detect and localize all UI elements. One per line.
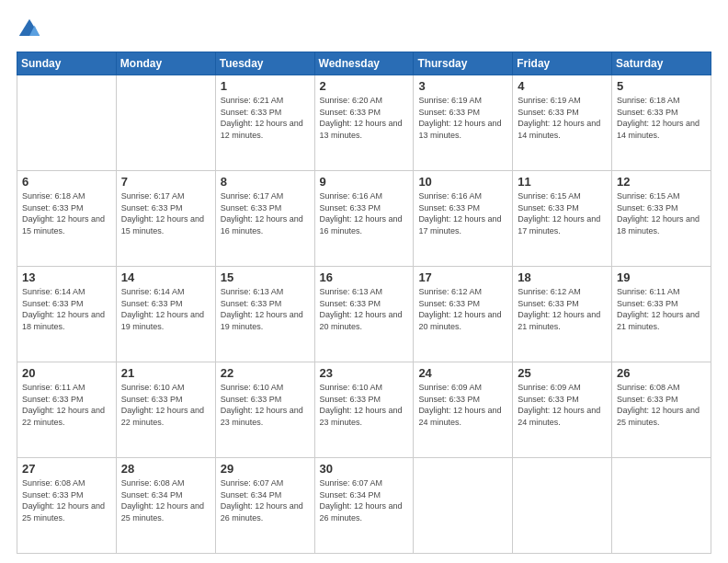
day-info: Sunrise: 6:14 AM Sunset: 6:33 PM Dayligh… (121, 286, 210, 332)
day-number: 8 (221, 175, 310, 189)
day-number: 30 (320, 462, 409, 476)
calendar-cell: 3Sunrise: 6:19 AM Sunset: 6:33 PM Daylig… (414, 75, 513, 171)
calendar-cell (414, 458, 513, 554)
day-number: 24 (418, 366, 507, 380)
calendar-table: SundayMondayTuesdayWednesdayThursdayFrid… (17, 52, 711, 554)
calendar-cell: 27Sunrise: 6:08 AM Sunset: 6:33 PM Dayli… (17, 458, 117, 554)
day-number: 10 (418, 175, 507, 189)
calendar-week-5: 27Sunrise: 6:08 AM Sunset: 6:33 PM Dayli… (17, 458, 711, 554)
day-number: 29 (221, 462, 310, 476)
calendar-cell: 20Sunrise: 6:11 AM Sunset: 6:33 PM Dayli… (17, 362, 117, 458)
calendar-week-4: 20Sunrise: 6:11 AM Sunset: 6:33 PM Dayli… (17, 362, 711, 458)
day-header-friday: Friday (513, 52, 612, 75)
day-header-saturday: Saturday (612, 52, 711, 75)
day-number: 5 (617, 79, 706, 93)
calendar-cell: 16Sunrise: 6:13 AM Sunset: 6:33 PM Dayli… (314, 267, 414, 362)
day-number: 21 (121, 366, 210, 380)
day-info: Sunrise: 6:12 AM Sunset: 6:33 PM Dayligh… (418, 286, 507, 332)
day-number: 25 (518, 366, 607, 380)
day-info: Sunrise: 6:17 AM Sunset: 6:33 PM Dayligh… (221, 190, 310, 236)
calendar-cell: 8Sunrise: 6:17 AM Sunset: 6:33 PM Daylig… (215, 171, 314, 267)
day-info: Sunrise: 6:08 AM Sunset: 6:33 PM Dayligh… (22, 477, 111, 523)
day-info: Sunrise: 6:11 AM Sunset: 6:33 PM Dayligh… (617, 286, 706, 332)
calendar-cell: 7Sunrise: 6:17 AM Sunset: 6:33 PM Daylig… (116, 171, 215, 267)
day-info: Sunrise: 6:16 AM Sunset: 6:33 PM Dayligh… (418, 190, 507, 236)
day-header-wednesday: Wednesday (314, 52, 414, 75)
day-header-thursday: Thursday (414, 52, 513, 75)
day-info: Sunrise: 6:10 AM Sunset: 6:33 PM Dayligh… (320, 382, 409, 428)
day-info: Sunrise: 6:18 AM Sunset: 6:33 PM Dayligh… (617, 95, 706, 141)
calendar-cell: 30Sunrise: 6:07 AM Sunset: 6:34 PM Dayli… (314, 458, 414, 554)
day-info: Sunrise: 6:20 AM Sunset: 6:33 PM Dayligh… (320, 95, 409, 141)
day-header-monday: Monday (116, 52, 215, 75)
day-number: 23 (320, 366, 409, 380)
calendar-cell: 10Sunrise: 6:16 AM Sunset: 6:33 PM Dayli… (414, 171, 513, 267)
day-number: 7 (121, 175, 210, 189)
calendar-week-2: 6Sunrise: 6:18 AM Sunset: 6:33 PM Daylig… (17, 171, 711, 267)
calendar-cell: 23Sunrise: 6:10 AM Sunset: 6:33 PM Dayli… (314, 362, 414, 458)
calendar-cell: 11Sunrise: 6:15 AM Sunset: 6:33 PM Dayli… (513, 171, 612, 267)
calendar-cell: 12Sunrise: 6:15 AM Sunset: 6:33 PM Dayli… (612, 171, 711, 267)
day-number: 20 (22, 366, 111, 380)
calendar-week-1: 1Sunrise: 6:21 AM Sunset: 6:33 PM Daylig… (17, 75, 711, 171)
day-info: Sunrise: 6:13 AM Sunset: 6:33 PM Dayligh… (320, 286, 409, 332)
day-info: Sunrise: 6:12 AM Sunset: 6:33 PM Dayligh… (518, 286, 607, 332)
day-number: 19 (617, 270, 706, 284)
day-info: Sunrise: 6:13 AM Sunset: 6:33 PM Dayligh… (221, 286, 310, 332)
day-number: 2 (320, 79, 409, 93)
day-info: Sunrise: 6:15 AM Sunset: 6:33 PM Dayligh… (518, 190, 607, 236)
calendar-cell: 17Sunrise: 6:12 AM Sunset: 6:33 PM Dayli… (414, 267, 513, 362)
calendar-cell: 21Sunrise: 6:10 AM Sunset: 6:33 PM Dayli… (116, 362, 215, 458)
calendar-cell: 19Sunrise: 6:11 AM Sunset: 6:33 PM Dayli… (612, 267, 711, 362)
calendar-week-3: 13Sunrise: 6:14 AM Sunset: 6:33 PM Dayli… (17, 267, 711, 362)
day-number: 17 (418, 270, 507, 284)
day-info: Sunrise: 6:19 AM Sunset: 6:33 PM Dayligh… (418, 95, 507, 141)
logo-icon (17, 17, 42, 42)
day-info: Sunrise: 6:07 AM Sunset: 6:34 PM Dayligh… (221, 477, 310, 523)
day-number: 3 (418, 79, 507, 93)
day-info: Sunrise: 6:19 AM Sunset: 6:33 PM Dayligh… (518, 95, 607, 141)
day-header-sunday: Sunday (17, 52, 117, 75)
day-header-tuesday: Tuesday (215, 52, 314, 75)
day-number: 6 (22, 175, 111, 189)
day-info: Sunrise: 6:09 AM Sunset: 6:33 PM Dayligh… (418, 382, 507, 428)
day-number: 14 (121, 270, 210, 284)
day-info: Sunrise: 6:10 AM Sunset: 6:33 PM Dayligh… (121, 382, 210, 428)
calendar-cell: 13Sunrise: 6:14 AM Sunset: 6:33 PM Dayli… (17, 267, 117, 362)
day-number: 18 (518, 270, 607, 284)
calendar-cell: 25Sunrise: 6:09 AM Sunset: 6:33 PM Dayli… (513, 362, 612, 458)
day-number: 12 (617, 175, 706, 189)
day-number: 11 (518, 175, 607, 189)
day-number: 9 (320, 175, 409, 189)
header (17, 17, 711, 42)
logo (17, 17, 46, 42)
day-number: 1 (221, 79, 310, 93)
day-info: Sunrise: 6:11 AM Sunset: 6:33 PM Dayligh… (22, 382, 111, 428)
calendar-cell (612, 458, 711, 554)
day-info: Sunrise: 6:17 AM Sunset: 6:33 PM Dayligh… (121, 190, 210, 236)
calendar-cell: 22Sunrise: 6:10 AM Sunset: 6:33 PM Dayli… (215, 362, 314, 458)
calendar-cell: 29Sunrise: 6:07 AM Sunset: 6:34 PM Dayli… (215, 458, 314, 554)
day-number: 26 (617, 366, 706, 380)
calendar-cell: 18Sunrise: 6:12 AM Sunset: 6:33 PM Dayli… (513, 267, 612, 362)
day-info: Sunrise: 6:16 AM Sunset: 6:33 PM Dayligh… (320, 190, 409, 236)
day-number: 15 (221, 270, 310, 284)
calendar-cell: 4Sunrise: 6:19 AM Sunset: 6:33 PM Daylig… (513, 75, 612, 171)
calendar-header-row: SundayMondayTuesdayWednesdayThursdayFrid… (17, 52, 711, 75)
day-info: Sunrise: 6:15 AM Sunset: 6:33 PM Dayligh… (617, 190, 706, 236)
calendar-cell: 14Sunrise: 6:14 AM Sunset: 6:33 PM Dayli… (116, 267, 215, 362)
day-info: Sunrise: 6:10 AM Sunset: 6:33 PM Dayligh… (221, 382, 310, 428)
calendar-cell: 2Sunrise: 6:20 AM Sunset: 6:33 PM Daylig… (314, 75, 414, 171)
calendar-cell: 24Sunrise: 6:09 AM Sunset: 6:33 PM Dayli… (414, 362, 513, 458)
day-number: 16 (320, 270, 409, 284)
calendar-cell: 28Sunrise: 6:08 AM Sunset: 6:34 PM Dayli… (116, 458, 215, 554)
day-info: Sunrise: 6:09 AM Sunset: 6:33 PM Dayligh… (518, 382, 607, 428)
day-number: 27 (22, 462, 111, 476)
calendar-cell: 5Sunrise: 6:18 AM Sunset: 6:33 PM Daylig… (612, 75, 711, 171)
day-info: Sunrise: 6:08 AM Sunset: 6:34 PM Dayligh… (121, 477, 210, 523)
calendar-cell: 1Sunrise: 6:21 AM Sunset: 6:33 PM Daylig… (215, 75, 314, 171)
day-number: 13 (22, 270, 111, 284)
calendar-cell: 26Sunrise: 6:08 AM Sunset: 6:33 PM Dayli… (612, 362, 711, 458)
day-number: 28 (121, 462, 210, 476)
calendar-cell (17, 75, 117, 171)
